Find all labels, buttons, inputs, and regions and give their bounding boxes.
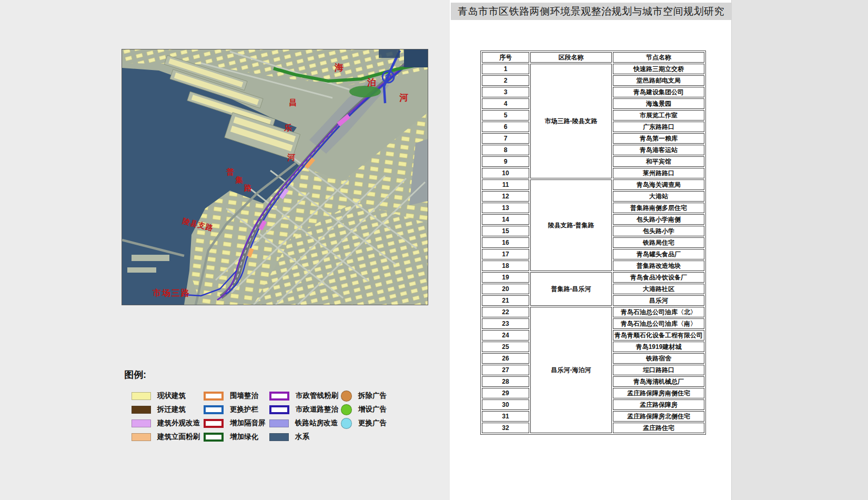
row-number: 19: [482, 272, 529, 283]
right-margin-strip: [731, 0, 868, 500]
node-name: 广东路路口: [613, 122, 704, 132]
node-name: 孟庄路住宅: [613, 423, 704, 433]
legend-swatch-icon: [341, 404, 352, 415]
row-number: 3: [482, 87, 529, 97]
node-name: 和平宾馆: [613, 156, 704, 167]
row-number: 2: [482, 75, 529, 86]
row-number: 6: [482, 122, 529, 132]
node-name: 孟庄路保障房北侧住宅: [613, 411, 704, 422]
node-name: 埕口路路口: [613, 365, 704, 375]
node-name: 青岛第一粮库: [613, 133, 704, 144]
svg-text:市场三路: 市场三路: [153, 288, 190, 297]
legend-label: 增加绿化: [230, 432, 258, 442]
legend-swatch-icon: [269, 419, 289, 427]
qingdao-map-svg: 海泊河昌乐河普集路陵县支路市场三路: [122, 49, 428, 305]
node-name: 普集路南侧多层住宅: [613, 203, 704, 213]
node-name: 孟庄路保障房: [613, 399, 704, 410]
section-name: 普集路-昌乐河: [530, 272, 612, 306]
legend-item: 拆除广告: [341, 390, 387, 402]
row-number: 12: [482, 191, 529, 202]
qingdao-planning-map: 海泊河昌乐河普集路陵县支路市场三路: [122, 49, 428, 305]
row-number: 20: [482, 284, 529, 294]
map-label: 市场三路: [153, 288, 190, 297]
node-name: 大港站: [613, 191, 704, 202]
node-name: 青岛海关调查局: [613, 179, 704, 190]
node-name: 孟庄路保障房南侧住宅: [613, 388, 704, 398]
row-number: 15: [482, 226, 529, 236]
legend-swatch-icon: [269, 433, 289, 441]
node-name: 海逸景园: [613, 98, 704, 109]
row-number: 26: [482, 353, 529, 364]
legend-label: 拆迁建筑: [157, 405, 186, 414]
svg-text:河: 河: [399, 93, 408, 103]
node-name: 青岛海清机械总厂: [613, 376, 704, 387]
row-number: 29: [482, 388, 529, 398]
legend-label: 建筑立面粉刷: [157, 432, 200, 442]
legend-heading: 图例:: [124, 368, 146, 381]
row-number: 9: [482, 156, 529, 167]
legend-label: 增设广告: [358, 405, 387, 414]
node-name: 莱州路路口: [613, 168, 704, 178]
svg-text:海: 海: [334, 63, 344, 73]
legend-swatch-icon: [132, 433, 151, 441]
node-name: 青岛罐头食品厂: [613, 249, 704, 259]
svg-text:泊: 泊: [367, 77, 376, 87]
table-header-row: 序号 区段名称 节点名称: [482, 52, 704, 63]
node-name: 铁路宿舍: [613, 353, 704, 364]
legend-item: 更换广告: [341, 417, 387, 429]
legend-item: 增加隔音屏: [204, 417, 266, 429]
row-number: 25: [482, 342, 529, 352]
row-number: 32: [482, 423, 529, 433]
row-number: 27: [482, 365, 529, 375]
row-number: 7: [482, 133, 529, 144]
svg-text:普: 普: [226, 167, 234, 176]
section-name: 昌乐河-海泊河: [530, 307, 612, 433]
legend-item: 市政道路整治: [269, 404, 338, 415]
node-name: 包头路小学南侧: [613, 214, 704, 225]
table-row: 19普集路-昌乐河青岛食品冷饮设备厂: [482, 272, 704, 283]
legend-label: 水系: [295, 432, 309, 442]
legend-item: 建筑立面粉刷: [132, 431, 200, 443]
row-number: 24: [482, 330, 529, 341]
legend-label: 围墙整治: [230, 391, 258, 401]
nodes-table: 序号 区段名称 节点名称 1市场三路-陵县支路快速路三期立交桥2堂邑路邮电支局3…: [480, 51, 706, 435]
svg-text:集: 集: [235, 175, 243, 184]
svg-text:乐: 乐: [284, 123, 292, 132]
node-name: 青岛青顺石化设备工程有限公司: [613, 330, 704, 341]
legend-swatch-icon: [204, 405, 224, 414]
legend-label: 铁路站房改造: [295, 418, 338, 428]
row-number: 23: [482, 318, 529, 329]
row-number: 8: [482, 145, 529, 155]
legend-item: 围墙整治: [204, 390, 258, 402]
row-number: 14: [482, 214, 529, 225]
node-name: 青岛1919建材城: [613, 342, 704, 352]
legend-item: 更换护栏: [204, 404, 258, 415]
legend-swatch-icon: [132, 392, 151, 400]
legend-item: 铁路站房改造: [269, 417, 338, 429]
legend-swatch-icon: [341, 391, 352, 402]
node-name: 青岛石油总公司油库〈南〉: [613, 318, 704, 329]
node-name: 青岛石油总公司油库〈北〉: [613, 307, 704, 317]
legend-label: 现状建筑: [157, 391, 186, 401]
row-number: 21: [482, 295, 529, 306]
node-name: 青岛港客运站: [613, 145, 704, 155]
legend-swatch-icon: [204, 392, 224, 401]
row-number: 18: [482, 261, 529, 271]
table-row: 22昌乐河-海泊河青岛石油总公司油库〈北〉: [482, 307, 704, 317]
row-number: 1: [482, 64, 529, 74]
legend-item: 水系: [269, 431, 309, 443]
legend-label: 市政道路整治: [296, 405, 338, 414]
node-name: 堂邑路邮电支局: [613, 75, 704, 86]
legend-label: 拆除广告: [358, 391, 387, 401]
svg-text:昌: 昌: [289, 98, 297, 107]
row-number: 28: [482, 376, 529, 387]
legend-item: 建筑外观改造: [132, 417, 200, 429]
section-name: 市场三路-陵县支路: [530, 64, 612, 178]
svg-text:路: 路: [244, 183, 252, 192]
legend-item: 增加绿化: [204, 431, 258, 443]
row-number: 31: [482, 411, 529, 422]
row-number: 16: [482, 237, 529, 248]
legend-label: 更换广告: [358, 418, 387, 428]
legend-item: 现状建筑: [132, 390, 186, 402]
legend-swatch-icon: [204, 433, 224, 442]
